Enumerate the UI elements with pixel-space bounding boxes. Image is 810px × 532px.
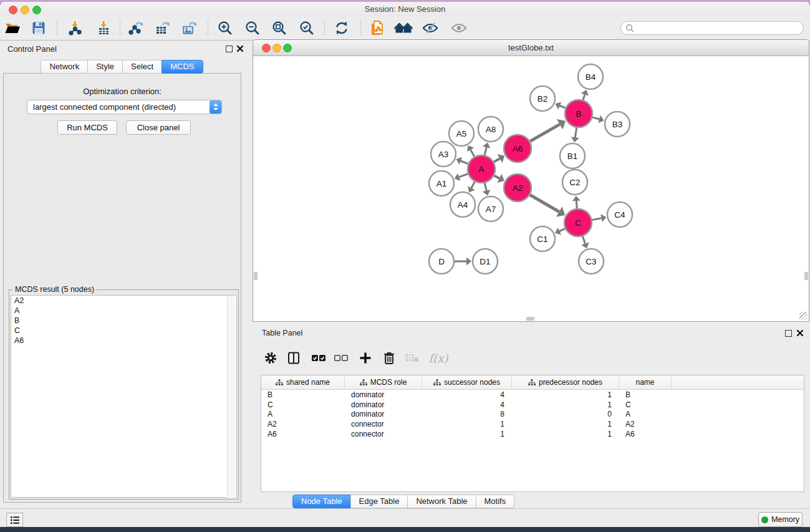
table-cell[interactable]: B xyxy=(619,390,672,399)
table-row[interactable]: Bdominator41B xyxy=(261,390,804,400)
vertical-scrollbar-thumb-right[interactable] xyxy=(804,272,808,280)
graph-edge-A-A4[interactable] xyxy=(471,181,475,188)
zoom-in-icon[interactable] xyxy=(215,18,236,38)
tab-mcds[interactable]: MCDS xyxy=(162,60,203,74)
column-header-MCDS-role[interactable]: MCDS role xyxy=(345,375,422,389)
horizontal-scrollbar-thumb[interactable] xyxy=(526,317,534,321)
vertical-scrollbar-thumb[interactable] xyxy=(254,272,258,280)
criterion-select[interactable]: largest connected component (directed) xyxy=(27,100,222,114)
table-cell[interactable]: C xyxy=(619,400,672,409)
show-all-icon[interactable] xyxy=(448,18,470,38)
table-cell[interactable]: connector xyxy=(345,430,422,438)
graph-edge-B-B1[interactable] xyxy=(575,128,576,138)
mcds-result-item[interactable]: C xyxy=(11,326,236,336)
memory-button[interactable]: Memory xyxy=(758,512,803,527)
export-image-icon[interactable] xyxy=(179,18,200,38)
graph-edge-B-B3[interactable] xyxy=(592,117,599,119)
graph-edge-A-A8[interactable] xyxy=(485,147,486,155)
graph-edge-C-C4[interactable] xyxy=(592,218,602,220)
import-table-icon[interactable] xyxy=(93,18,114,38)
mcds-result-item[interactable]: A2 xyxy=(11,296,236,306)
table-cell[interactable]: A2 xyxy=(261,420,345,428)
open-file-icon[interactable] xyxy=(2,18,23,38)
graph-edge-A2-C[interactable] xyxy=(530,195,559,211)
close-panel-icon[interactable] xyxy=(236,45,244,52)
tab-motifs[interactable]: Motifs xyxy=(476,495,515,508)
destroy-table-icon[interactable] xyxy=(402,348,422,368)
table-cell[interactable]: A xyxy=(619,410,672,418)
table-cell[interactable]: 4 xyxy=(422,400,512,409)
network-graph[interactable]: B4B2BB3A5A8A6A3B1AA1C2A2A4A7CC4C1C3DD1 xyxy=(253,56,809,321)
graph-edge-B-B2[interactable] xyxy=(560,105,566,108)
table-row[interactable]: Adominator80A xyxy=(261,409,804,419)
function-builder-icon[interactable]: f(x) xyxy=(426,348,451,368)
graph-edge-A-A3[interactable] xyxy=(461,161,468,164)
table-cell[interactable]: A xyxy=(261,410,345,418)
table-cell[interactable]: C xyxy=(261,400,345,409)
mcds-list-scrollbar[interactable] xyxy=(227,296,236,498)
graph-edge-A-A6[interactable] xyxy=(494,158,500,162)
table-cell[interactable]: dominator xyxy=(345,390,422,399)
close-panel-button[interactable]: Close panel xyxy=(126,120,191,135)
table-cell[interactable]: 1 xyxy=(512,420,619,428)
table-cell[interactable]: 8 xyxy=(422,410,512,418)
graph-edge-A-A7[interactable] xyxy=(485,183,486,190)
table-cell[interactable]: 1 xyxy=(422,420,512,428)
zoom-fit-icon[interactable] xyxy=(269,18,290,38)
search-box[interactable] xyxy=(620,21,804,35)
run-mcds-button[interactable]: Run MCDS xyxy=(57,120,117,135)
task-history-button[interactable] xyxy=(6,513,23,527)
graph-edge-A6-B[interactable] xyxy=(530,124,560,141)
table-cell[interactable]: 1 xyxy=(512,390,619,399)
table-cell[interactable]: A2 xyxy=(619,420,672,428)
new-network-from-selection-icon[interactable] xyxy=(367,18,388,38)
table-cell[interactable]: 4 xyxy=(422,390,512,399)
graph-edge-C-C1[interactable] xyxy=(559,229,565,231)
select-all-columns-icon[interactable] xyxy=(309,348,329,368)
graph-edge-B-B4[interactable] xyxy=(583,95,585,100)
hide-selected-icon[interactable] xyxy=(420,18,441,38)
table-settings-icon[interactable] xyxy=(261,348,281,368)
tab-select[interactable]: Select xyxy=(122,60,162,74)
table-cell[interactable]: 1 xyxy=(512,400,619,409)
table-cell[interactable]: 1 xyxy=(422,430,512,438)
table-cell[interactable]: connector xyxy=(345,420,422,428)
table-float-panel-icon[interactable] xyxy=(785,330,792,337)
column-header-predecessor-nodes[interactable]: predecessor nodes xyxy=(512,375,619,389)
refresh-icon[interactable] xyxy=(331,18,352,38)
graph-edge-A-A5[interactable] xyxy=(471,150,475,157)
import-network-icon[interactable] xyxy=(64,18,85,38)
mcds-result-item[interactable]: A xyxy=(11,306,236,316)
mcds-result-list[interactable]: A2ABCA6 xyxy=(11,295,237,498)
add-column-icon[interactable] xyxy=(355,348,375,368)
zoom-selected-icon[interactable] xyxy=(296,18,317,38)
table-cell[interactable]: dominator xyxy=(345,410,422,418)
search-input[interactable] xyxy=(634,23,803,33)
table-cell[interactable]: A6 xyxy=(619,430,672,438)
tab-node-table[interactable]: Node Table xyxy=(292,495,351,508)
column-header-successor-nodes[interactable]: successor nodes xyxy=(422,375,512,389)
tab-network[interactable]: Network xyxy=(41,60,88,74)
graph-edge-C-C3[interactable] xyxy=(582,236,585,244)
deselect-all-columns-icon[interactable] xyxy=(331,348,351,368)
zoom-out-icon[interactable] xyxy=(242,18,263,38)
network-window-title-bar[interactable]: testGlobe.txt xyxy=(253,40,809,56)
table-cell[interactable]: dominator xyxy=(345,400,422,409)
table-close-panel-icon[interactable] xyxy=(796,329,804,337)
table-cell[interactable]: B xyxy=(261,390,345,399)
resize-grip[interactable] xyxy=(799,312,808,320)
tab-network-table[interactable]: Network Table xyxy=(407,495,476,508)
float-panel-icon[interactable] xyxy=(226,46,233,52)
graph-edge-A-A2[interactable] xyxy=(494,176,499,178)
column-header-name[interactable]: name xyxy=(619,375,672,389)
save-session-icon[interactable] xyxy=(28,18,49,38)
column-header-shared-name[interactable]: shared name xyxy=(261,375,345,389)
table-cell[interactable]: 1 xyxy=(512,430,619,438)
tab-edge-table[interactable]: Edge Table xyxy=(350,495,408,508)
show-column-icon[interactable] xyxy=(284,348,304,368)
mcds-result-item[interactable]: A6 xyxy=(11,336,236,346)
graph-edge-C-C2[interactable] xyxy=(576,201,577,208)
export-table-icon[interactable] xyxy=(152,18,173,38)
tab-style[interactable]: Style xyxy=(87,60,123,74)
mcds-result-item[interactable]: B xyxy=(11,316,236,326)
